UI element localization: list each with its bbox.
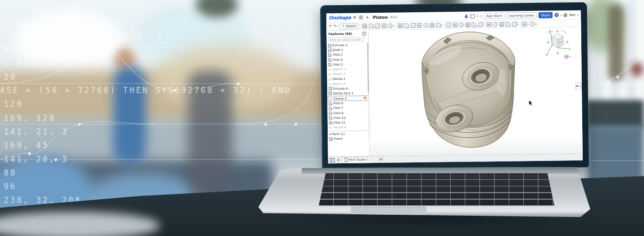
toolbar-icon-loft[interactable] bbox=[381, 24, 386, 28]
extrude-icon bbox=[363, 24, 367, 28]
mirror-icon bbox=[446, 23, 452, 27]
extrude-icon bbox=[328, 44, 331, 47]
feature-filter-input[interactable] bbox=[328, 37, 364, 42]
fillet-icon bbox=[329, 121, 332, 125]
toolbar-icon-offset-surface[interactable] bbox=[487, 22, 491, 27]
fillet-icon bbox=[329, 111, 332, 115]
undo-button[interactable]: ↶ bbox=[329, 25, 332, 28]
shell-icon bbox=[423, 23, 428, 28]
toolbar-icon-modify-fillet[interactable] bbox=[478, 22, 483, 27]
redo-button[interactable]: ↷ bbox=[333, 25, 337, 28]
sheet-metal-icon bbox=[512, 22, 517, 26]
onshape-app: Onshape ≡ + Piston Main {-} App Store Le… bbox=[326, 10, 583, 164]
tab-manager-icon[interactable] bbox=[330, 158, 335, 162]
boolean-icon bbox=[453, 23, 457, 27]
modify-fillet-icon bbox=[478, 22, 483, 27]
toolbar-icon-boolean[interactable] bbox=[453, 23, 457, 27]
toolbar-icon-rib[interactable] bbox=[417, 23, 422, 28]
laptop-keyboard bbox=[319, 173, 554, 206]
viewcube-face-label: Right bbox=[559, 41, 563, 43]
user-caret-icon[interactable]: ▾ bbox=[578, 13, 579, 16]
toolbar-icon-shell[interactable] bbox=[423, 23, 428, 28]
toolbar-separator bbox=[361, 24, 361, 28]
collaborators-icon[interactable] bbox=[464, 14, 468, 18]
code-overlay-line: 88 bbox=[4, 168, 17, 177]
feature-item-label: Fillet 5 bbox=[333, 63, 343, 67]
toolbar-icon-hole[interactable] bbox=[430, 23, 435, 28]
feature-item-label: Sweep 3 bbox=[334, 96, 347, 100]
code-overlay-line: 120 bbox=[4, 99, 23, 109]
code-overlay-line: THEN BASE = BASE -1 bbox=[40, 30, 163, 40]
feature-item-sketch-6[interactable]: ✎Sketch 6 bbox=[328, 125, 369, 130]
versions-icon[interactable] bbox=[359, 15, 363, 19]
toolbar-icon-mirror[interactable] bbox=[446, 23, 451, 27]
follow-mode-icon[interactable]: + bbox=[366, 15, 369, 19]
add-tab-button[interactable]: + bbox=[337, 158, 340, 162]
help-caret-icon[interactable]: ▾ bbox=[561, 14, 562, 17]
document-title: Piston bbox=[373, 15, 388, 19]
toolbar-icon-sheet-metal[interactable]: ▾ bbox=[512, 22, 519, 26]
fillet-icon bbox=[329, 107, 332, 110]
hero-scene: 768) + 32BYTETHEN BASE = BASE -1BASE BYT… bbox=[0, 0, 644, 236]
sketch-button[interactable]: ✎ Sketch bbox=[340, 23, 359, 29]
hamburger-menu-icon[interactable]: ≡ bbox=[353, 16, 356, 20]
toolbar-icon-split[interactable] bbox=[459, 23, 464, 27]
view-options-button[interactable]: ▾ bbox=[564, 54, 571, 59]
offset-surface-icon bbox=[487, 22, 491, 27]
collaborator-avatar bbox=[363, 97, 367, 100]
toolbar-icon-revolve[interactable] bbox=[369, 24, 373, 28]
toolbar-icon-draft[interactable] bbox=[411, 23, 415, 28]
toolbar-icon-frame[interactable]: ▾ bbox=[522, 22, 529, 26]
onshape-body: Features (88) Extrude 3Draft 1Fillet 2Fi… bbox=[327, 28, 583, 157]
revolve-icon bbox=[369, 24, 373, 28]
part-studio-tab-label: Part Studio 1 bbox=[349, 158, 369, 162]
code-overlay-line: ASE = (50 + 32768) THEN SYS(32768 + 32) … bbox=[0, 85, 291, 95]
comments-icon[interactable] bbox=[470, 14, 475, 18]
sketch-icon: ✎ bbox=[329, 73, 331, 76]
part-studio-tab[interactable]: Part Studio 1 bbox=[342, 157, 371, 163]
feature-item-label: Fillet 10 bbox=[333, 116, 345, 120]
view-cube[interactable]: Right Z Y X bbox=[544, 28, 571, 58]
feature-item-label: Fillet 2 bbox=[333, 53, 343, 57]
share-button[interactable]: Share bbox=[538, 12, 553, 18]
sketch-icon: ✎ bbox=[329, 82, 331, 85]
feature-item-label: Fillet 11 bbox=[333, 121, 345, 125]
code-overlay-line: BYTE bbox=[5, 18, 31, 28]
collaborator-panel-tab[interactable] bbox=[575, 83, 581, 90]
toolbar-icon-chamfer[interactable] bbox=[405, 23, 409, 28]
toolbar-icon-wrap[interactable] bbox=[493, 22, 498, 27]
app-store-button[interactable]: App Store bbox=[484, 13, 504, 19]
feature-item-label: Extrude 4 bbox=[333, 87, 347, 91]
feature-item-piston[interactable]: Piston bbox=[328, 136, 369, 141]
toolbar-icon-helix[interactable] bbox=[499, 22, 504, 27]
featurescript-icon[interactable]: {-} bbox=[477, 14, 482, 18]
toolbar-icon-thicken[interactable]: ▾ bbox=[388, 24, 395, 28]
split-icon bbox=[459, 23, 464, 27]
toolbar-icon-linear-pattern[interactable]: ▾ bbox=[436, 23, 443, 27]
toolbar-icon-transform[interactable] bbox=[465, 23, 470, 27]
toolbar-icon-delete-face[interactable] bbox=[472, 22, 477, 27]
toolbar-icon-select-tools[interactable]: ▾ bbox=[530, 22, 537, 26]
feature-item-label: Fillet 4 bbox=[333, 58, 343, 62]
sketch-label: Sketch bbox=[346, 25, 357, 28]
help-icon[interactable]: ? bbox=[554, 13, 559, 17]
mouse-cursor bbox=[528, 100, 533, 106]
piston-3d-model[interactable] bbox=[412, 28, 525, 150]
history-icon[interactable] bbox=[363, 32, 366, 35]
toolbar-icon-measure[interactable] bbox=[506, 22, 511, 27]
fillet-icon bbox=[328, 53, 331, 57]
sweep-icon bbox=[330, 97, 332, 100]
model-canvas[interactable]: Right Z Y X bbox=[369, 28, 583, 156]
features-panel-header: Features (88) bbox=[327, 30, 368, 37]
collaborator-avatar bbox=[380, 158, 383, 161]
user-avatar[interactable] bbox=[564, 13, 568, 17]
toolbar-icon-extrude[interactable] bbox=[363, 24, 367, 28]
feature-list: Extrude 3Draft 1Fillet 2Fillet 4Fillet 5… bbox=[327, 42, 369, 130]
toolbar-icon-sweep[interactable] bbox=[375, 24, 380, 28]
axis-z-label: Z bbox=[549, 30, 551, 33]
toolbar-separator bbox=[485, 22, 485, 27]
code-overlay-line: 768) + 32 bbox=[24, 1, 82, 11]
learning-center-button[interactable]: Learning Center bbox=[506, 12, 537, 19]
toolbar-icon-fillet[interactable] bbox=[398, 23, 403, 28]
frame-icon bbox=[522, 22, 527, 26]
